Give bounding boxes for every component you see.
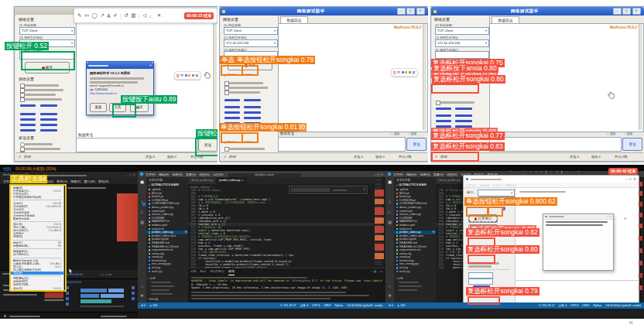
protocol-select[interactable]: TCP Client▾	[224, 27, 278, 35]
status-item[interactable]: ▲ 134	[149, 304, 157, 307]
extensions-icon[interactable]: ▦	[138, 220, 146, 224]
debug-icon[interactable]: ▷	[385, 210, 394, 214]
host-select[interactable]: 172.16.125.194▾	[224, 39, 278, 47]
minimize-icon[interactable]: –	[397, 8, 406, 15]
rect-icon[interactable]: ▭	[516, 169, 519, 174]
recording-timer-badge[interactable]: 00:00:15 结束	[184, 12, 214, 19]
link-placeholder[interactable]	[224, 99, 240, 101]
pencil-icon[interactable]: ✎	[509, 169, 513, 174]
panel-tab[interactable]: 终端	[228, 269, 235, 275]
update-button[interactable]: 更新	[90, 103, 107, 112]
dialog-titlebar[interactable]: – □ ×	[543, 214, 613, 220]
text-icon[interactable]: A	[107, 13, 110, 19]
track-toggle[interactable]	[66, 292, 69, 295]
small-field[interactable]	[468, 272, 493, 278]
track-toggle[interactable]	[66, 286, 69, 289]
brand-text[interactable]: NetAssist V5.0.2	[610, 26, 637, 29]
scrollbar[interactable]	[639, 24, 642, 130]
status-item[interactable]: ▲ 134	[397, 304, 405, 307]
minimap[interactable]	[374, 177, 385, 268]
port-input[interactable]	[19, 52, 75, 60]
status-item[interactable]: 行 311, 列 17	[280, 304, 296, 307]
status-item[interactable]: 3.8.10 64-bit ('yolov8': conda)	[347, 304, 382, 307]
about-url[interactable]: http://www.cmsoft.cn	[90, 92, 117, 95]
radio-ascii[interactable]: ◉ ASCII	[224, 73, 235, 77]
window-controls[interactable]: – □ ✕	[625, 177, 636, 181]
link-placeholder[interactable]	[436, 120, 451, 122]
editor-tab[interactable]: demo_predict.py	[188, 177, 216, 184]
root-folder[interactable]: ⌄ ULTRALYTICS-MAIN	[396, 183, 426, 186]
checkbox[interactable]	[224, 91, 229, 95]
explorer-icon[interactable]: ▣	[385, 179, 394, 184]
sogou-input-bar[interactable]: S 中 ▦	[391, 68, 418, 77]
clear-send[interactable]: ⌐ 清除	[391, 132, 399, 135]
file-menu-item[interactable]: 批量捕捉(B)...F6	[11, 244, 63, 248]
status-item[interactable]: CRLF	[582, 304, 589, 307]
undo-icon[interactable]: ↺	[549, 169, 553, 174]
track-toggle[interactable]	[132, 297, 135, 300]
track-toggle[interactable]	[66, 297, 69, 300]
window-controls[interactable]: – ▢ ✕	[126, 173, 135, 176]
link-placeholder[interactable]	[224, 111, 240, 114]
protocol-select[interactable]: TCP Client▾	[19, 27, 75, 35]
radio-hex[interactable]: ○ HEX	[242, 73, 252, 77]
rect-icon[interactable]: ▭	[84, 12, 89, 19]
status-item[interactable]: Python	[593, 304, 601, 307]
status-item[interactable]: 行 311, 列 17	[539, 304, 554, 307]
ellipse-icon[interactable]: ◯	[522, 169, 526, 174]
port-input[interactable]	[435, 51, 489, 59]
menubar-item[interactable]: 转到(G)	[447, 173, 457, 176]
disconnect-button[interactable]: 断开	[25, 62, 70, 73]
close-icon[interactable]: ✕	[416, 8, 425, 15]
recording-timer-badge[interactable]: 00:00:42 结束	[608, 168, 638, 175]
status-item[interactable]: 空格: 4	[558, 304, 567, 307]
sogou-input-bar[interactable]: S 中 ▦	[174, 71, 201, 80]
transport-icons[interactable]: ◁ ▷ ▷| ⏺	[99, 272, 111, 276]
stat-reset[interactable]: 复位计数	[190, 155, 204, 159]
track-toggle[interactable]	[132, 292, 135, 295]
radio[interactable]	[20, 142, 25, 147]
clear-recv[interactable]: ↑ 清除	[624, 132, 632, 135]
stat-reset[interactable]: 复位计数	[399, 155, 412, 159]
checkbox[interactable]	[224, 147, 229, 152]
file-menu-item[interactable]	[13, 248, 61, 249]
file-menu-item[interactable]: 退出(X)Ctrl+Q	[11, 287, 63, 290]
editor-tab[interactable]: predict_video.py	[216, 177, 246, 184]
link-placeholder[interactable]	[40, 124, 57, 126]
menubar-item[interactable]: 文件(F)	[393, 173, 403, 176]
link-placeholder[interactable]	[455, 120, 472, 122]
track-toggle[interactable]	[132, 286, 135, 289]
find-input[interactable]	[291, 188, 330, 193]
receive-area[interactable]	[278, 23, 428, 132]
send-input[interactable]	[76, 138, 198, 152]
arrow-icon[interactable]: ↗	[100, 12, 104, 19]
checkbox[interactable]	[20, 93, 25, 97]
link-placeholder[interactable]	[20, 113, 36, 115]
outline-section[interactable]: › 大纲	[396, 276, 403, 280]
file-menu-item[interactable]: 还原(R)	[11, 235, 63, 238]
mic-icon[interactable]: ♩	[570, 169, 575, 174]
audio-clip[interactable]	[80, 306, 124, 307]
dialog-titlebar[interactable]: ✕	[87, 62, 153, 69]
divider[interactable]: |	[139, 13, 140, 19]
menubar-item[interactable]: 编辑(E)	[406, 173, 416, 176]
status-item[interactable]: Python	[334, 304, 343, 307]
link-placeholder[interactable]	[224, 106, 240, 108]
checkbox[interactable]	[20, 88, 25, 93]
host-select[interactable]: 172.16.125.194▾	[435, 39, 489, 47]
stat-reset[interactable]: 复位计数	[615, 155, 628, 159]
maximize-icon[interactable]: ▢	[406, 8, 415, 15]
send-button[interactable]: 发送	[198, 138, 218, 152]
panel-tab[interactable]: 问题	[190, 269, 197, 275]
protocol-select[interactable]: TCP Client▾	[435, 27, 489, 35]
brand-text[interactable]: NetAssist V5.0.2	[394, 26, 421, 29]
more-actions-icon[interactable]: ⋯	[183, 179, 187, 182]
scrollbar[interactable]	[423, 24, 426, 130]
trash-icon[interactable]: ▥	[555, 169, 559, 174]
terminal-actions-icons[interactable]: ＋ ▤ ⌄ ✕	[370, 270, 382, 273]
receive-area[interactable]	[489, 23, 644, 132]
video-clip[interactable]	[101, 294, 124, 298]
ellipse-icon[interactable]: ◯	[92, 12, 98, 19]
file-menu-item[interactable]	[13, 240, 61, 241]
small-field[interactable]	[468, 278, 493, 285]
